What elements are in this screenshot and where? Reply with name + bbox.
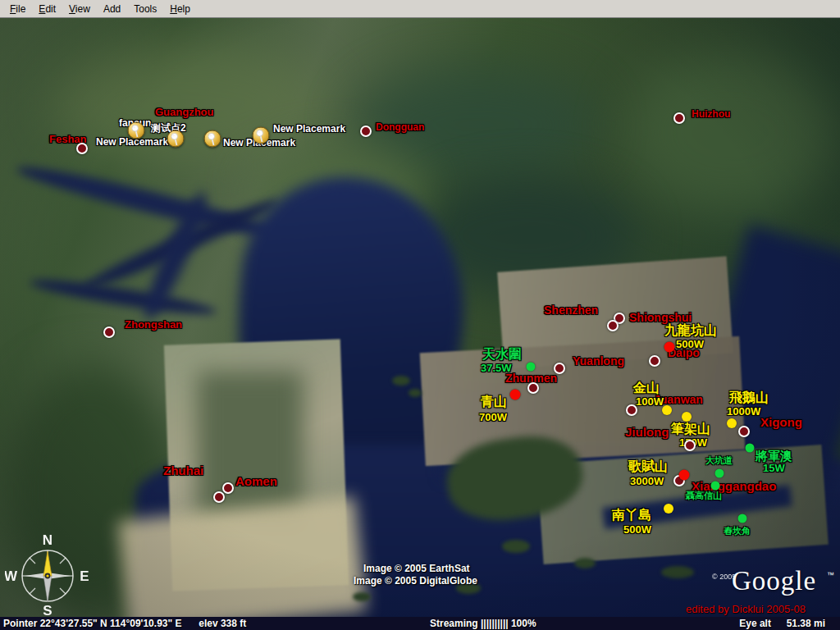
marker-jiangjunao-tx[interactable]: [746, 444, 755, 453]
compass-n: N: [43, 532, 52, 548]
attribution-earthsat: Image © 2005 EarthSat: [363, 563, 470, 574]
pointer-status: Pointer 22°43'27.55" N 114°09'10.93" E e…: [3, 618, 246, 629]
compass-icon[interactable]: N E S W: [5, 532, 90, 617]
label-new-placemark-3[interactable]: New Placemark: [273, 124, 345, 134]
marker-shenzhen-b[interactable]: [607, 320, 619, 331]
label-jinshan-name[interactable]: 金山: [633, 381, 660, 395]
pushpin-glyph: [168, 131, 185, 148]
pushpin-fancun[interactable]: [128, 122, 145, 139]
marker-xianggang-tx[interactable]: [711, 482, 720, 491]
marker-feshan[interactable]: [76, 143, 88, 154]
label-zhuhai[interactable]: Zhuhai: [163, 464, 203, 477]
label-jinshan-watt[interactable]: 100W: [636, 396, 664, 407]
menu-view[interactable]: View: [62, 2, 97, 16]
marker-dongguan[interactable]: [360, 126, 372, 137]
label-jiangjunao-name[interactable]: 將軍澳: [756, 450, 792, 462]
marker-jlks-tx[interactable]: [664, 342, 675, 353]
label-jiulong[interactable]: Jiulong: [625, 426, 669, 438]
eye-alt-value: 51.38 mi: [787, 618, 825, 629]
menu-bar: FileEditViewAddToolsHelp: [0, 0, 840, 18]
status-bar: Pointer 22°43'27.55" N 114°09'10.93" E e…: [0, 617, 840, 630]
label-nanyadao-watt[interactable]: 500W: [623, 524, 651, 535]
label-yuanlong[interactable]: Yuanlong: [573, 355, 624, 367]
menu-file[interactable]: File: [3, 2, 32, 16]
label-dongguan[interactable]: Dongguan: [376, 122, 424, 132]
pushpin-glyph: [129, 123, 146, 140]
marker-nanyadao-tx[interactable]: [664, 504, 673, 514]
menu-tools[interactable]: Tools: [127, 2, 163, 16]
label-gefushan-watt[interactable]: 3000W: [630, 476, 664, 486]
marker-bijiashan[interactable]: [684, 440, 696, 451]
label-chunkanjiao[interactable]: 舂坎角: [724, 527, 751, 536]
marker-tianshuiwei-tx[interactable]: [527, 363, 536, 372]
attribution-digitalglobe: Image © 2005 DigitalGlobe: [354, 575, 477, 587]
menu-add[interactable]: Add: [97, 2, 127, 16]
label-dakengdao[interactable]: 大坑道: [705, 456, 733, 465]
label-shenzhen[interactable]: Shenzhen: [544, 304, 598, 316]
eye-alt-status: Eye alt 51.38 mi: [739, 618, 825, 629]
label-jiangjunao-watt[interactable]: 15W: [763, 463, 785, 473]
marker-aomen-b[interactable]: [213, 491, 225, 503]
label-jlks-watt[interactable]: 500W: [676, 339, 704, 349]
pointer-coordinates: 22°43'27.55" N 114°09'10.93" E: [40, 618, 182, 629]
marker-aomen-a[interactable]: [222, 482, 234, 494]
label-aomen[interactable]: Aomen: [235, 475, 277, 487]
marker-jinshan-tx1[interactable]: [662, 405, 672, 415]
label-zhongshan[interactable]: Zhongshan: [125, 319, 182, 330]
elev-value: 338 ft: [221, 618, 246, 629]
label-feios-watt[interactable]: 1000W: [727, 406, 760, 417]
marker-qingshan-tx[interactable]: [510, 390, 521, 400]
marker-feios-tx[interactable]: [727, 418, 737, 428]
marker-xigong[interactable]: [738, 426, 750, 437]
compass-s: S: [43, 603, 52, 617]
marker-chunkanjiao-tx[interactable]: [738, 514, 747, 523]
pushpin-glyph: [205, 131, 222, 148]
marker-layer: FeshanGuangzhouDongguanHuizhouZhongshanS…: [0, 18, 840, 617]
earth-viewport[interactable]: FeshanGuangzhouDongguanHuizhouZhongshanS…: [0, 18, 840, 617]
streaming-status: Streaming |||||||||| 100%: [430, 618, 536, 629]
compass-e: E: [80, 568, 89, 584]
elev-label: elev: [199, 618, 217, 629]
marker-jinshan-tx2[interactable]: [682, 412, 692, 422]
marker-zhongshan[interactable]: [103, 326, 115, 338]
marker-gefushan-tx[interactable]: [679, 470, 690, 481]
label-huizhou[interactable]: Huizhou: [692, 109, 730, 119]
label-jlks-name[interactable]: 九龍坑山: [664, 324, 717, 337]
label-qingshan-name[interactable]: 青山: [481, 395, 507, 409]
pointer-label: Pointer: [3, 618, 37, 629]
label-feios-name[interactable]: 飛鵝山: [729, 391, 769, 404]
label-tianshuiwei-watt[interactable]: 37.5W: [481, 363, 512, 373]
menu-help[interactable]: Help: [163, 2, 197, 16]
label-shiongshui[interactable]: Shiongshui: [629, 312, 692, 323]
edited-note: edited by Dicklui 2005-08: [686, 603, 806, 615]
eye-alt-label: Eye alt: [739, 618, 771, 629]
label-tianshuiwei-name[interactable]: 天水圍: [482, 348, 522, 361]
label-nanyadao-name[interactable]: 南丫島: [612, 509, 651, 522]
label-niegaoxinshan[interactable]: 聶高信山: [686, 491, 722, 500]
compass-w: W: [5, 568, 18, 584]
label-gefushan-name[interactable]: 歌賦山: [628, 460, 668, 473]
marker-huizhou[interactable]: [673, 112, 685, 124]
pushpin-new-placemark-3[interactable]: [253, 127, 270, 144]
pushpin-new-placemark-2[interactable]: [204, 130, 221, 148]
marker-jinshan[interactable]: [626, 404, 637, 416]
label-guangzhou[interactable]: Guangzhou: [155, 107, 214, 117]
pushpin-glyph: [253, 128, 271, 145]
marker-yuanlong[interactable]: [554, 363, 565, 374]
label-bijiashan-name[interactable]: 筆架山: [671, 422, 710, 436]
label-xigong[interactable]: Xigong: [760, 416, 802, 428]
label-qingshan-watt[interactable]: 700W: [479, 412, 507, 422]
marker-zhunmen[interactable]: [527, 382, 539, 394]
google-trademark: ™: [827, 571, 834, 579]
menu-edit[interactable]: Edit: [32, 2, 62, 16]
marker-daipo[interactable]: [649, 355, 660, 367]
google-brand: Google: [732, 566, 816, 596]
pushpin-ceshidian2[interactable]: [167, 130, 185, 148]
marker-dakengdao-tx[interactable]: [715, 469, 724, 478]
